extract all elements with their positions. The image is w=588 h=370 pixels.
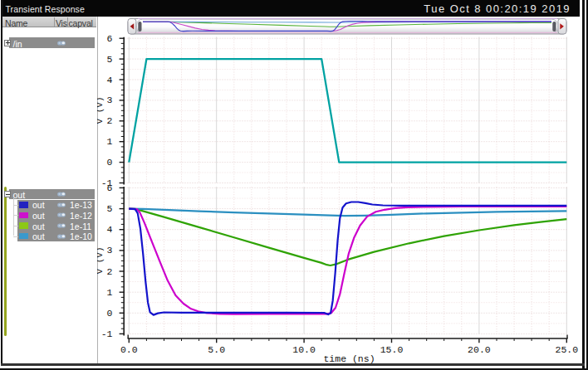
svg-text:4: 4 xyxy=(107,224,113,235)
svg-text:3: 3 xyxy=(107,95,113,105)
svg-text:6: 6 xyxy=(107,183,113,193)
svg-text:5.0: 5.0 xyxy=(208,344,225,355)
svg-text:4: 4 xyxy=(107,75,113,85)
svg-text:2: 2 xyxy=(107,115,113,126)
svg-text:10.0: 10.0 xyxy=(292,344,316,355)
svg-text:1: 1 xyxy=(107,136,113,147)
svg-text:1: 1 xyxy=(107,287,113,298)
svg-text:3: 3 xyxy=(107,245,113,256)
svg-text:0: 0 xyxy=(107,157,113,168)
svg-text:time (ns): time (ns) xyxy=(323,353,375,364)
svg-text:0: 0 xyxy=(107,308,113,319)
svg-text:25.0: 25.0 xyxy=(555,344,578,355)
svg-text:15.0: 15.0 xyxy=(380,344,404,355)
svg-text:0.0: 0.0 xyxy=(120,344,138,355)
svg-text:2: 2 xyxy=(107,266,113,277)
svg-text:20.0: 20.0 xyxy=(468,344,491,355)
svg-text:-1: -1 xyxy=(101,329,113,339)
svg-text:5: 5 xyxy=(107,54,113,65)
svg-text:6: 6 xyxy=(107,33,113,44)
svg-text:5: 5 xyxy=(107,203,113,214)
